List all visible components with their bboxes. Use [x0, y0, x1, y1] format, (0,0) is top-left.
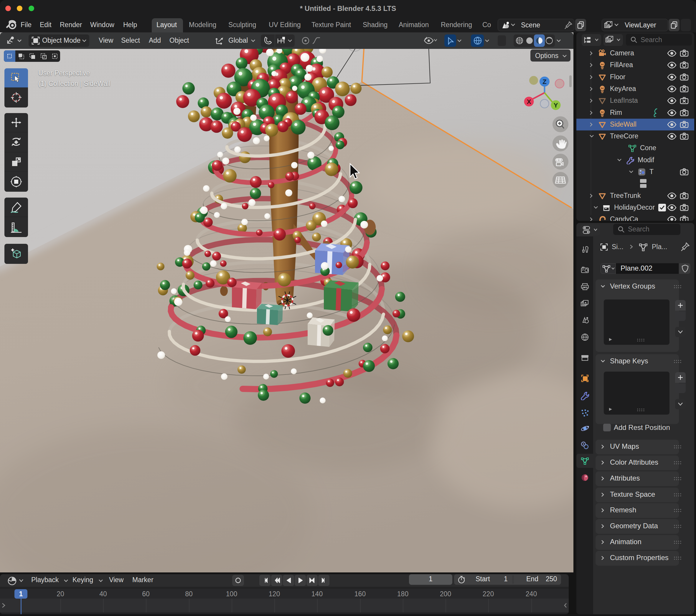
- svg-text:Z: Z: [542, 78, 546, 85]
- svg-text:X: X: [527, 98, 531, 106]
- svg-text:Y: Y: [554, 101, 558, 109]
